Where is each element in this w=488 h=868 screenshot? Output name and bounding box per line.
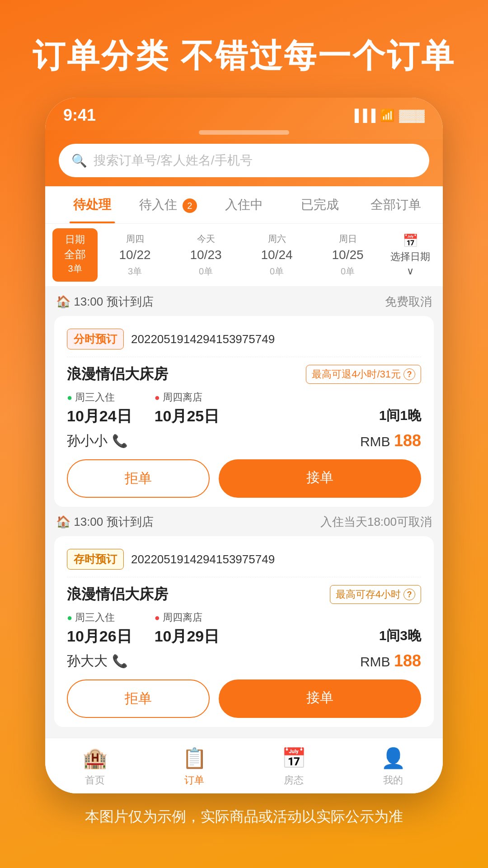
accept-button-1[interactable]: 接单	[219, 459, 421, 498]
checkout-label-text-2: 周四离店	[163, 611, 202, 624]
nav-profile[interactable]: 👤 我的	[343, 738, 443, 793]
question-icon-1: ?	[404, 368, 415, 380]
order-tag-fenshi: 分时预订	[67, 329, 124, 349]
store-badge-text-2: 最高可存4小时	[336, 588, 401, 601]
date-thu-num: 10/22	[104, 245, 166, 264]
tab-navigation: 待处理 待入住 2 入住中 已完成 全部订单	[45, 186, 443, 224]
order-tag-row-1: 分时预订 2022051914294153975749	[67, 329, 421, 357]
date-picker-label: 选择日期	[390, 250, 430, 264]
question-icon-2: ?	[404, 589, 415, 600]
footer-disclaimer: 本图片仅为示例，实际商品或活动以实际公示为准	[0, 793, 488, 849]
phone-icon-2[interactable]: 📞	[112, 654, 128, 669]
date-sat-orders: 0单	[246, 264, 308, 278]
nav-room-status-label: 房态	[284, 774, 304, 787]
checkin-date-2: 10月26日	[67, 626, 132, 647]
date-picker-button[interactable]: 📅 选择日期 ∨	[385, 228, 436, 282]
nights-val-1: 1间1晚	[379, 406, 421, 425]
search-placeholder: 搜索订单号/客人姓名/手机号	[94, 152, 253, 169]
signal-icon: ▐▐▐	[351, 108, 375, 123]
checkin-date-1: 10月24日	[67, 406, 132, 427]
room-status-icon: 📅	[282, 746, 306, 770]
nights-col-1: 1间1晚	[379, 391, 421, 427]
date-today-day: 今天	[175, 232, 237, 245]
phone-frame: 9:41 ▐▐▐ 📶 ▓▓▓ 🔍 搜索订单号/客人姓名/手机号 待处理 待入	[45, 98, 443, 793]
checkout-col-2: ● 周四离店 10月29日	[155, 611, 220, 647]
search-area: 🔍 搜索订单号/客人姓名/手机号	[45, 139, 443, 186]
section-header-2: 🏠 13:00 预计到店 入住当天18:00可取消	[54, 514, 434, 530]
date-thu-day: 周四	[104, 232, 166, 245]
search-box[interactable]: 🔍 搜索订单号/客人姓名/手机号	[59, 144, 429, 177]
date-all-button[interactable]: 日期 全部 3单	[52, 228, 98, 282]
checkout-date-1: 10月25日	[155, 406, 220, 427]
nights-val-2: 1间3晚	[379, 627, 421, 645]
checkout-label-1: ● 周四离店	[155, 391, 220, 404]
order-number-1: 2022051914294153975749	[131, 332, 275, 346]
tab-checked-in-label: 入住中	[225, 198, 263, 212]
date-today[interactable]: 今天 10/23 0单	[172, 228, 239, 282]
tab-all-orders[interactable]: 全部订单	[358, 186, 434, 223]
accept-button-2[interactable]: 接单	[219, 679, 421, 718]
section-cancel-1: 免费取消	[385, 294, 432, 310]
dates-row-1: ● 周三入住 10月24日 ● 周四离店 10月25日 1间1晚	[67, 391, 421, 427]
tab-checkin-pending[interactable]: 待入住 2	[130, 186, 206, 223]
action-row-1: 拒单 接单	[67, 459, 421, 498]
tab-checked-in[interactable]: 入住中	[206, 186, 282, 223]
nav-room-status[interactable]: 📅 房态	[244, 738, 343, 793]
chevron-down-icon: ∨	[407, 265, 414, 277]
tab-pending-label: 待处理	[73, 198, 111, 212]
nav-orders[interactable]: 📋 订单	[145, 738, 244, 793]
wifi-icon: 📶	[380, 108, 394, 123]
calendar-icon: 📅	[403, 233, 418, 248]
checkout-label-text-1: 周四离店	[163, 391, 202, 404]
nav-home-label: 首页	[85, 774, 105, 787]
order-card-1: 分时预订 2022051914294153975749 浪漫情侣大床房 最高可退…	[54, 316, 434, 507]
checkin-label-text-2: 周三入住	[75, 611, 115, 624]
status-bar: 9:41 ▐▐▐ 📶 ▓▓▓	[45, 98, 443, 130]
price-1: RMB 188	[360, 431, 421, 450]
reject-button-2[interactable]: 拒单	[67, 679, 210, 718]
date-all-label: 日期	[60, 233, 90, 247]
nav-profile-label: 我的	[383, 774, 403, 787]
orders-icon: 📋	[182, 746, 207, 770]
order-section: 🏠 13:00 预计到店 免费取消 分时预订 20220519142941539…	[45, 287, 443, 738]
date-today-orders: 0单	[175, 264, 237, 278]
date-all-count: 3单	[60, 262, 90, 275]
status-icons: ▐▐▐ 📶 ▓▓▓	[351, 108, 425, 123]
notch-bar	[199, 130, 289, 135]
date-row: 日期 全部 3单 周四 10/22 3单 今天 10/23 0单 周六 10/2…	[45, 224, 443, 287]
date-sat[interactable]: 周六 10/24 0单	[243, 228, 310, 282]
date-sat-num: 10/24	[246, 245, 308, 264]
order-tag-cunshi: 存时预订	[67, 549, 124, 570]
date-sun-num: 10/25	[317, 245, 379, 264]
checkin-label-1: ● 周三入住	[67, 391, 132, 404]
tab-completed[interactable]: 已完成	[282, 186, 358, 223]
reject-button-1[interactable]: 拒单	[67, 459, 210, 498]
guest-price-row-1: 孙小小 📞 RMB 188	[67, 431, 421, 450]
date-sun[interactable]: 周日 10/25 0单	[314, 228, 381, 282]
status-time: 9:41	[63, 106, 96, 125]
battery-icon: ▓▓▓	[399, 108, 425, 123]
guest-name-1: 孙小小 📞	[67, 432, 128, 450]
guest-price-row-2: 孙大大 📞 RMB 188	[67, 651, 421, 670]
checkin-label-text-1: 周三入住	[75, 391, 115, 404]
refund-badge-text-1: 最高可退4小时/31元	[312, 368, 401, 381]
section-cancel-2: 入住当天18:00可取消	[320, 514, 432, 530]
date-thu[interactable]: 周四 10/22 3单	[101, 228, 169, 282]
phone-icon-1[interactable]: 📞	[112, 434, 128, 448]
store-badge-2[interactable]: 最高可存4小时 ?	[330, 585, 421, 604]
hero-title: 订单分类 不错过每一个订单	[0, 0, 488, 98]
red-dot-1: ●	[155, 392, 160, 403]
date-sun-day: 周日	[317, 232, 379, 245]
tab-pending[interactable]: 待处理	[54, 186, 130, 223]
checkin-col-2: ● 周三入住 10月26日	[67, 611, 132, 647]
tab-badge: 2	[183, 198, 197, 213]
room-row-1: 浪漫情侣大床房 最高可退4小时/31元 ?	[67, 364, 421, 384]
date-thu-orders: 3单	[104, 264, 166, 278]
section-time-1: 🏠 13:00 预计到店	[56, 294, 154, 310]
price-2: RMB 188	[360, 651, 421, 670]
date-sun-orders: 0单	[317, 264, 379, 278]
refund-badge-1[interactable]: 最高可退4小时/31元 ?	[306, 365, 421, 384]
room-row-2: 浪漫情侣大床房 最高可存4小时 ?	[67, 585, 421, 604]
section-time-2: 🏠 13:00 预计到店	[56, 514, 154, 530]
nav-home[interactable]: 🏨 首页	[45, 738, 145, 793]
